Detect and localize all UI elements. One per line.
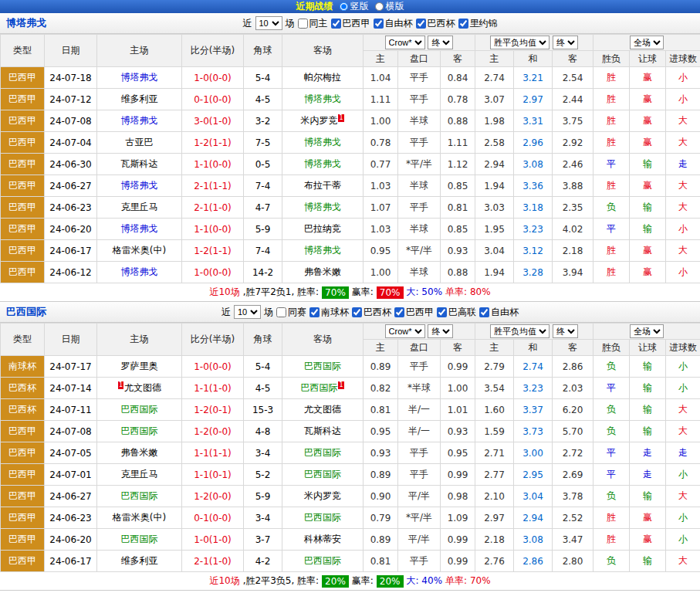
league-filter[interactable]: 巴高联 (437, 306, 476, 319)
league-checkbox[interactable] (437, 307, 447, 317)
league-filter[interactable]: 巴西甲 (331, 17, 370, 30)
team-link[interactable]: 巴西国际 (304, 469, 341, 479)
team-link[interactable]: 维多利亚 (121, 555, 158, 566)
team-link[interactable]: 博塔弗戈 (121, 115, 158, 126)
odds-handicap: *平/半 (398, 154, 441, 175)
team-link[interactable]: 罗萨里奥 (121, 361, 158, 371)
team-link[interactable]: 弗鲁米嫩 (304, 266, 341, 277)
odds-handicap: 平手 (398, 197, 441, 219)
team-link[interactable]: 巴拉纳竞 (304, 223, 341, 234)
team-link[interactable]: 格雷米奥(中) (113, 512, 166, 523)
league-type: 巴西甲 (1, 486, 45, 507)
team-link[interactable]: 克里丘马 (121, 202, 158, 212)
goals-outcome: 大 (666, 110, 700, 132)
match-count-select[interactable]: 10 (234, 305, 261, 319)
team-link[interactable]: 博塔弗戈 (304, 158, 341, 169)
odds-source-select[interactable]: Crow* (385, 36, 425, 49)
odds-final-select[interactable]: 终 (428, 36, 453, 49)
avg-final-select[interactable]: 终 (553, 36, 578, 49)
avg-home: 2.18 (475, 529, 514, 551)
avg-away: 2.54 (553, 67, 593, 89)
team-title[interactable]: 巴西国际 (6, 305, 46, 319)
league-checkbox[interactable] (309, 307, 320, 317)
league-checkbox[interactable] (374, 19, 384, 29)
team-link[interactable]: 古亚巴 (126, 137, 154, 147)
scope-select[interactable]: 全场 (630, 324, 664, 338)
team-link[interactable]: 维多利亚 (121, 93, 158, 104)
team-link[interactable]: 巴西国际 (300, 382, 337, 393)
version-radio[interactable] (340, 2, 348, 11)
odds-home: 0.95 (364, 240, 398, 262)
team-link[interactable]: 布拉干蒂 (304, 180, 341, 191)
team-link[interactable]: 博塔弗戈 (121, 223, 158, 234)
match-score: 3-0(1-0) (182, 110, 244, 132)
avg-final-select[interactable]: 终 (553, 324, 578, 338)
team-link[interactable]: 巴西国际 (121, 404, 158, 415)
team-link[interactable]: 巴西国际 (121, 490, 158, 501)
summary-prefix: 近10场 (209, 574, 239, 588)
team-link[interactable]: 博塔弗戈 (121, 266, 158, 277)
odds-source-select[interactable]: Crow* (385, 324, 425, 338)
handicap-result-header: 让球 (630, 340, 666, 356)
league-filter[interactable]: 巴西甲 (394, 306, 434, 319)
team-link[interactable]: 巴西国际 (121, 534, 158, 544)
team-link[interactable]: 巴西国际 (304, 512, 341, 523)
same-filter-checkbox[interactable] (276, 307, 286, 317)
league-label: 里约锦 (470, 17, 498, 30)
same-filter[interactable]: 同赛 (276, 306, 306, 319)
league-filter[interactable]: 南球杯 (309, 306, 349, 319)
league-filter[interactable]: 自由杯 (374, 17, 413, 30)
odds-handicap: 平/半 (398, 529, 441, 551)
handicap-outcome: 输 (630, 197, 666, 219)
team-link[interactable]: 尤文图德 (304, 404, 341, 415)
layout-option-vertical[interactable]: 竖版 (340, 0, 369, 13)
team-link[interactable]: 博塔弗戈 (304, 137, 341, 147)
league-filter[interactable]: 巴西杯 (352, 306, 391, 319)
team-title[interactable]: 博塔弗戈 (6, 16, 46, 30)
team-link[interactable]: 米内罗竞 (304, 490, 341, 501)
odds-final-select[interactable]: 终 (428, 324, 453, 338)
team-link[interactable]: 格雷米奥(中) (113, 245, 166, 256)
team-link[interactable]: 瓦斯科达 (121, 158, 158, 169)
league-filter[interactable]: 巴西杯 (416, 17, 455, 30)
team-link[interactable]: 巴西国际 (304, 447, 341, 458)
team-link[interactable]: 巴西国际 (121, 425, 158, 436)
scope-select[interactable]: 全场 (630, 36, 664, 49)
team-link[interactable]: 博塔弗戈 (304, 202, 341, 212)
team-link[interactable]: 科林蒂安 (304, 534, 341, 544)
match-date: 24-07-05 (45, 442, 97, 464)
avg-home: 1.95 (475, 219, 514, 240)
team-link[interactable]: 博塔弗戈 (121, 72, 158, 83)
team-link[interactable]: 米内罗竞 (300, 115, 337, 126)
avg-away: 4.02 (553, 219, 593, 240)
team-link[interactable]: 弗鲁米嫩 (121, 447, 158, 458)
team-link[interactable]: 巴西国际 (304, 555, 341, 566)
league-filter[interactable]: 自由杯 (479, 306, 519, 319)
match-score: 2-1(1-1) (182, 175, 244, 197)
layout-option-horizontal[interactable]: 横版 (375, 0, 404, 13)
league-checkbox[interactable] (331, 19, 341, 29)
odds-home: 0.78 (364, 132, 398, 154)
league-checkbox[interactable] (394, 307, 404, 317)
team-link[interactable]: 克里丘马 (121, 469, 158, 479)
version-radio[interactable] (375, 2, 384, 11)
team-link[interactable]: 博塔弗戈 (304, 245, 341, 256)
same-filter-checkbox[interactable] (298, 19, 308, 29)
team-link[interactable]: 博塔弗戈 (304, 93, 341, 104)
team-link[interactable]: 尤文图德 (124, 382, 161, 393)
team-link[interactable]: 巴西国际 (304, 361, 341, 371)
league-checkbox[interactable] (479, 307, 489, 317)
league-checkbox[interactable] (416, 19, 426, 29)
league-checkbox[interactable] (352, 307, 362, 317)
league-checkbox[interactable] (458, 19, 468, 29)
team-link[interactable]: 博塔弗戈 (121, 180, 158, 191)
result-outcome: 胜 (593, 89, 630, 110)
avg-source-select[interactable]: 胜平负均值 (490, 324, 550, 338)
match-count-select[interactable]: 10 (255, 16, 282, 30)
league-filter[interactable]: 里约锦 (458, 17, 498, 30)
avg-source-select[interactable]: 胜平负均值 (490, 36, 550, 49)
same-filter[interactable]: 同主 (298, 17, 328, 30)
league-label: 自由杯 (491, 306, 519, 319)
team-link[interactable]: 瓦斯科达 (304, 425, 341, 436)
team-link[interactable]: 帕尔梅拉 (304, 72, 341, 83)
